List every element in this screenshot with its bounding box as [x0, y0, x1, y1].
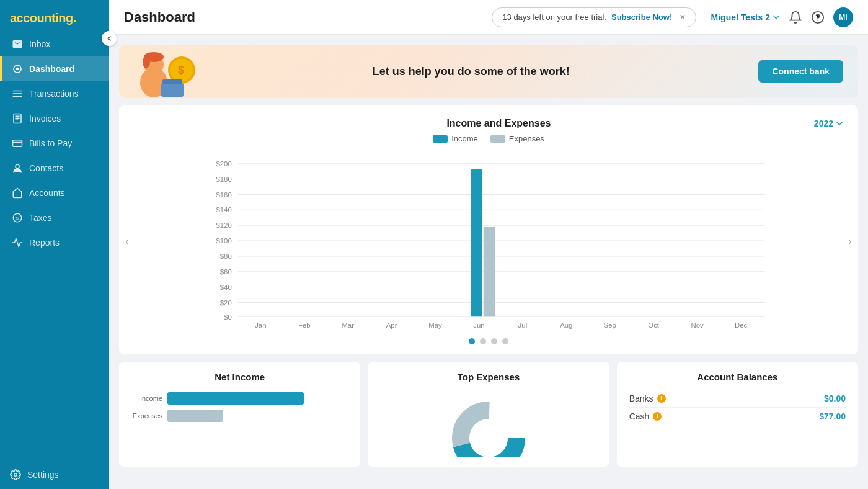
income-bar-label: Income [131, 395, 162, 402]
sidebar-label-invoices: Invoices [29, 114, 61, 123]
sidebar-item-dashboard[interactable]: Dashboard [0, 56, 109, 81]
banks-row: Banks i $0.00 [629, 390, 846, 408]
carousel-dot-2[interactable] [480, 338, 486, 344]
net-income-title: Net Income [131, 372, 348, 382]
subscribe-link[interactable]: Subscribe Now! [611, 12, 672, 22]
contacts-icon [12, 163, 23, 174]
cash-info-icon[interactable]: i [653, 412, 662, 421]
banks-info-icon[interactable]: i [657, 394, 666, 403]
page-title: Dashboard [124, 9, 492, 25]
settings-icon [10, 469, 21, 480]
svg-text:$20: $20 [220, 299, 232, 307]
sidebar-collapse-button[interactable] [102, 31, 117, 46]
cash-name: Cash i [629, 411, 662, 421]
main-content: Dashboard 13 days left on your free tria… [109, 0, 868, 489]
income-bar-fill [167, 392, 304, 405]
sidebar-item-bills[interactable]: Bills to Pay [0, 131, 109, 156]
user-menu[interactable]: Miguel Tests 2 [711, 12, 780, 22]
svg-text:Jun: Jun [473, 321, 484, 329]
sidebar-item-taxes[interactable]: $ Taxes [0, 205, 109, 230]
year-dropdown-icon [836, 120, 843, 127]
svg-text:Nov: Nov [691, 321, 704, 329]
svg-text:Oct: Oct [648, 321, 660, 329]
chart-area: ‹ › $200 $180 [134, 151, 843, 331]
trial-text: 13 days left on your free trial. [502, 12, 606, 22]
svg-text:Jan: Jan [255, 321, 266, 329]
sidebar-item-reports[interactable]: Reports [0, 230, 109, 255]
bottom-cards: Net Income Income Expenses Top Expenses [119, 362, 858, 467]
banner-person-svg: $ [129, 48, 203, 98]
sidebar-label-contacts: Contacts [29, 163, 63, 173]
carousel-dot-1[interactable] [469, 338, 475, 344]
sidebar-label-settings: Settings [27, 470, 59, 480]
invoices-icon [12, 113, 23, 124]
chart-next-button[interactable]: › [848, 234, 852, 248]
svg-text:Mar: Mar [342, 321, 354, 329]
header: Dashboard 13 days left on your free tria… [109, 0, 868, 35]
sidebar-item-contacts[interactable]: Contacts [0, 156, 109, 181]
chart-legend: Income Expenses [134, 134, 843, 143]
reports-icon [12, 237, 23, 248]
svg-text:Jul: Jul [518, 321, 528, 329]
legend-expenses: Expenses [490, 134, 544, 143]
cash-amount: $77.00 [819, 411, 846, 421]
svg-text:$160: $160 [216, 191, 231, 199]
chart-prev-button[interactable]: ‹ [125, 234, 130, 248]
sidebar-item-transactions[interactable]: Transactions [0, 81, 109, 106]
sidebar: accounting. Inbox Dashboard Transactions… [0, 0, 109, 489]
sidebar-label-accounts: Accounts [29, 188, 65, 198]
notifications-icon[interactable] [789, 11, 802, 24]
top-expenses-donut [445, 395, 532, 457]
sidebar-label-taxes: Taxes [29, 213, 52, 223]
trial-close-button[interactable]: × [680, 12, 685, 23]
banks-amount: $0.00 [824, 393, 846, 403]
chevron-left-icon [106, 35, 112, 42]
carousel-dot-4[interactable] [502, 338, 508, 344]
year-select[interactable]: 2022 [814, 119, 843, 128]
expenses-bar-label: Expenses [131, 412, 162, 419]
svg-text:$: $ [178, 64, 184, 76]
income-expenses-chart-card: Income and Expenses 2022 Income Expenses… [119, 105, 858, 354]
sidebar-label-inbox: Inbox [29, 39, 50, 49]
bills-icon [12, 138, 23, 149]
svg-rect-2 [13, 140, 22, 147]
sidebar-item-settings[interactable]: Settings [0, 460, 109, 489]
svg-point-11 [143, 56, 150, 68]
help-icon[interactable] [811, 11, 825, 24]
top-expenses-card: Top Expenses [368, 362, 609, 467]
bar-jun-income [471, 169, 482, 316]
svg-text:$40: $40 [220, 284, 232, 291]
sidebar-item-invoices[interactable]: Invoices [0, 106, 109, 131]
svg-text:$80: $80 [220, 253, 232, 260]
income-bar-row: Income [131, 392, 348, 405]
chart-svg: $200 $180 $160 $140 $120 $100 $80 $60 $4… [134, 151, 843, 331]
accounts-icon [12, 187, 23, 199]
carousel-dots [134, 338, 843, 344]
expenses-bar-fill [167, 410, 223, 422]
carousel-dot-3[interactable] [491, 338, 497, 344]
sidebar-item-inbox[interactable]: Inbox [0, 32, 109, 56]
chart-title: Income and Expenses [184, 118, 814, 129]
svg-text:$0: $0 [224, 313, 232, 321]
content-area: $ Let us help you do some of the work! C… [109, 35, 868, 489]
svg-text:Aug: Aug [560, 321, 572, 329]
sidebar-label-transactions: Transactions [29, 89, 79, 99]
svg-text:$60: $60 [220, 268, 232, 276]
svg-rect-16 [162, 79, 182, 84]
account-balances-card: Account Balances Banks i $0.00 Cash i $7… [617, 362, 858, 467]
top-expenses-chart [380, 390, 596, 457]
svg-text:$180: $180 [216, 176, 231, 183]
trial-banner: 13 days left on your free trial. Subscri… [492, 7, 696, 27]
connect-banner-text: Let us help you do some of the work! [184, 65, 758, 78]
sidebar-item-accounts[interactable]: Accounts [0, 181, 109, 205]
account-balances-title: Account Balances [629, 372, 846, 382]
legend-expenses-label: Expenses [509, 134, 544, 143]
avatar[interactable]: MI [833, 7, 853, 27]
inbox-icon [12, 38, 23, 50]
svg-point-3 [16, 164, 19, 168]
svg-text:$: $ [16, 215, 19, 221]
connect-bank-button[interactable]: Connect bank [758, 60, 843, 83]
svg-rect-15 [161, 83, 184, 97]
legend-income-dot [433, 135, 448, 143]
bar-jun-expense [484, 227, 495, 316]
